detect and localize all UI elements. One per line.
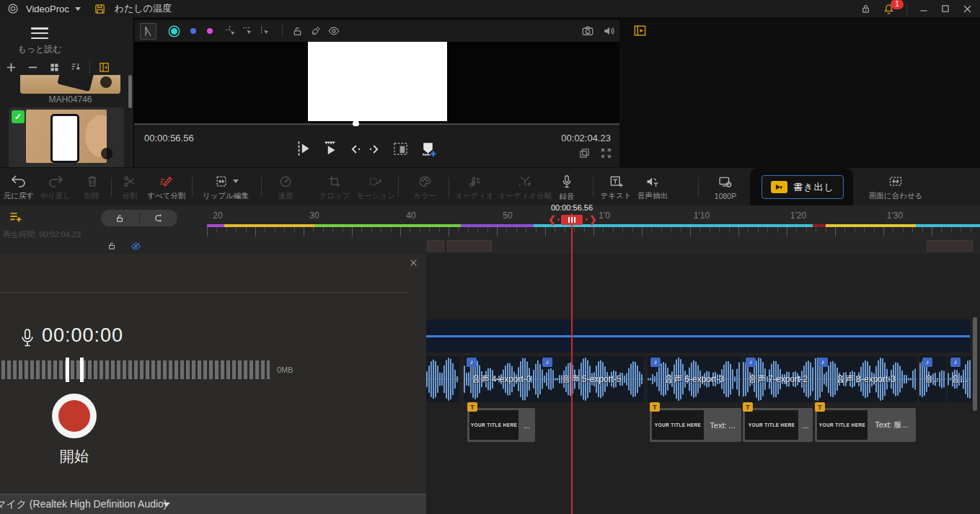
close-button[interactable] [962,4,973,14]
app-menu[interactable]: VideoProc [26,4,69,14]
redo-button[interactable]: やり直し [38,172,73,203]
collapse-panel-icon[interactable] [93,61,115,74]
play-from-start-button[interactable] [294,139,313,158]
total-timecode: 00:02:04.23 [561,133,611,143]
ripple-edit-button[interactable]: リップル編集 [194,172,257,203]
grid-view-icon[interactable] [43,62,65,73]
marker-color-blue[interactable] [190,28,196,34]
playhead-left-arrow[interactable]: ❮ [548,214,560,225]
collapsed-clip [447,240,492,252]
audio-clip[interactable]: ♪ 音声 8-export-3 [815,356,917,402]
snap-select-icon[interactable] [224,25,237,37]
minimize-button[interactable] [919,4,929,14]
audio-clip[interactable]: ♪ 音... [948,356,971,402]
save-icon[interactable] [94,3,106,15]
ruler-tick-label: 1'30 [887,211,903,221]
info-icon[interactable] [100,76,112,88]
notifications[interactable]: 1 [883,3,895,15]
seek-bar[interactable] [134,123,619,125]
video-track-clip[interactable] [426,319,970,353]
app-window: VideoProc わたしの温度 1 もっと読む [0,0,980,514]
menu-icon[interactable] [31,27,48,40]
color-button[interactable]: カラー [409,172,441,203]
microphone-select[interactable]: マイク (Realtek High Definition Audio) [0,494,426,514]
snap-left-icon[interactable] [242,25,255,37]
snapshot-icon[interactable] [581,25,594,37]
audio-clip[interactable]: ♪ 音... [919,356,946,402]
snap-right-icon[interactable] [259,25,272,37]
speed-button[interactable]: 速度 [271,172,300,203]
text-clip[interactable]: T YOUR TITLE HERE ... [743,408,813,442]
resolution-button[interactable]: 1080P [707,172,744,203]
playhead-right-arrow[interactable]: ❯ [586,214,597,225]
audio-button[interactable]: オーディオ [453,172,496,203]
media-scrollbar[interactable] [128,75,132,108]
text-button[interactable]: テキスト [597,172,635,203]
record-button[interactable] [52,394,97,438]
playhead-handle[interactable] [561,215,583,225]
crop-button[interactable]: クロップ [316,172,353,203]
duplicate-view-icon[interactable] [578,147,591,159]
fit-screen-button[interactable]: 画面に合わせる [861,172,930,203]
delete-button[interactable]: 削除 [78,172,107,203]
clean-icon[interactable] [309,25,322,37]
info-icon[interactable] [101,148,112,159]
track-lock-icon[interactable] [107,241,117,252]
text-clip[interactable]: T YOUR TITLE HERE ... [467,408,535,442]
collapsed-clip [927,240,973,252]
export-button[interactable]: 書き出し [762,175,844,199]
split-label: 分割 [123,191,138,201]
snap-magnet-toggle[interactable] [140,213,178,223]
text-badge-icon: T [743,402,753,412]
music-note-badge-icon: ♪ [746,358,756,367]
sort-icon[interactable] [65,61,87,73]
track-hide-icon[interactable] [130,241,142,252]
lock-tracks-toggle[interactable] [101,213,139,223]
remove-media-button[interactable] [22,61,43,74]
text-clip[interactable]: T YOUR TITLE HERE Text: 服... [815,408,916,442]
audio-extract-button[interactable]: 音声抽出 [631,172,674,203]
screenshot-button[interactable] [392,141,409,157]
add-media-button[interactable] [0,61,22,74]
unlock-icon[interactable] [291,25,304,37]
eye-icon[interactable] [327,25,340,37]
ruler-tick-label: 20 [213,211,222,221]
audio-clip[interactable]: ♪ 音声 5-export-5 [539,356,644,402]
maximize-button[interactable] [940,4,950,14]
audio-separate-button[interactable]: オーディオ分離 [496,172,554,203]
speaker-icon[interactable] [603,25,616,37]
show-player-panel-icon[interactable] [633,24,647,37]
play-button[interactable] [321,139,340,158]
fullscreen-icon[interactable] [600,147,612,159]
audio-clip[interactable]: ♪ 音声 7-export-2 [743,356,813,402]
read-more-label[interactable]: もっと読む [0,43,79,56]
ruler-tool-icon[interactable] [140,23,156,40]
lock-icon[interactable] [860,4,871,14]
split-button[interactable]: 分割 [115,172,144,203]
add-track-icon[interactable] [9,210,23,224]
playback-duration: 再生時間: 00:02:04.23 [3,229,81,240]
previous-frame-button[interactable] [348,142,363,156]
audio-clip-label: 音声 6-export-3 [648,373,741,386]
record-voice-button[interactable]: 録音 [552,172,581,203]
close-icon[interactable] [406,255,420,270]
split-all-button[interactable]: すべて分割 [144,172,190,203]
media-item-name: MAH04746 [20,94,120,105]
marker-color-cyan[interactable] [171,28,177,35]
next-frame-button[interactable] [367,142,381,156]
vertical-scrollbar[interactable] [973,317,977,411]
current-timecode: 00:00:56.56 [144,133,194,143]
audio-clip-label: 音声 5-export-5 [539,373,644,386]
audio-clip[interactable] [426,356,459,402]
fit-screen-label: 画面に合わせる [869,191,922,201]
playhead-line[interactable] [571,213,573,514]
marker-color-magenta[interactable] [207,28,213,34]
audio-clip[interactable]: ♪ 音声 6-export-3 [648,356,741,402]
track-controls [107,241,142,252]
text-clip[interactable]: T YOUR TITLE HERE Text: ... [650,408,741,442]
audio-clip[interactable]: ♪ 音声 4-export-0 [464,356,539,402]
motion-button[interactable]: モーション [356,172,396,203]
undo-button[interactable]: 元に戻す [1,172,36,203]
add-marker-button[interactable] [419,140,437,158]
export-tab: 書き出し [750,168,853,206]
